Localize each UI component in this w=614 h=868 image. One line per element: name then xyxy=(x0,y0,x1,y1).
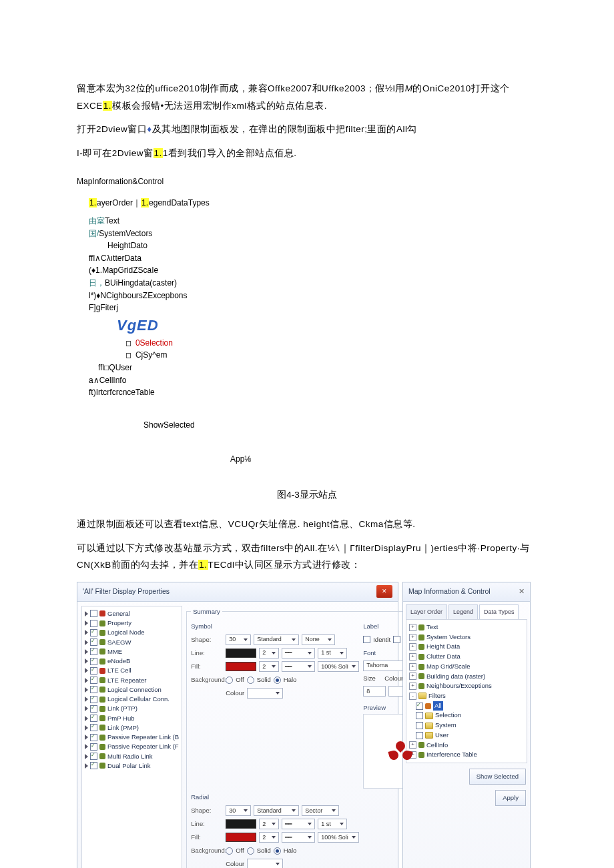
tree-item[interactable]: +Map Grid/Scale xyxy=(409,662,524,672)
checkbox[interactable] xyxy=(90,753,97,760)
tree-item[interactable]: +Building data (raster) xyxy=(409,672,524,682)
apply-button[interactable]: Apply xyxy=(495,790,526,806)
checkbox[interactable] xyxy=(90,724,97,731)
shape-style-dropdown[interactable]: Standard xyxy=(254,634,299,645)
radial-fill-w-dropdown[interactable]: 2 xyxy=(259,832,279,843)
checkbox[interactable] xyxy=(90,610,97,617)
checkbox[interactable] xyxy=(90,705,97,713)
radial-shape-style-dropdown[interactable]: Standard xyxy=(254,805,299,816)
tree-item[interactable]: Logical Node xyxy=(85,628,179,637)
checkbox[interactable] xyxy=(90,734,97,741)
name1-checkbox[interactable] xyxy=(393,636,400,643)
tree-item[interactable]: All xyxy=(409,701,524,711)
tree-item[interactable]: +Text xyxy=(409,622,524,632)
line-color-swatch[interactable] xyxy=(226,648,256,658)
identit-checkbox[interactable] xyxy=(363,636,370,643)
tree-item[interactable]: Passive Repeater Link (F xyxy=(85,742,179,751)
radial-line-swatch[interactable] xyxy=(226,819,256,829)
radial-line-w-dropdown[interactable]: 2 xyxy=(259,819,279,829)
tree-item[interactable]: Logical Cellular Conn. xyxy=(85,695,179,704)
checkbox[interactable] xyxy=(416,712,423,719)
close-icon[interactable]: ✕ xyxy=(519,585,525,598)
checkbox[interactable] xyxy=(90,620,97,627)
radial-fill-s-dropdown[interactable]: ━━ xyxy=(282,832,315,843)
expand-icon[interactable]: + xyxy=(409,653,416,661)
bg-halo-radio[interactable] xyxy=(274,677,281,684)
tree-item[interactable]: Multi Radio Link xyxy=(85,752,179,761)
bg-off-radio[interactable] xyxy=(226,677,233,684)
show-selected-button[interactable]: Show Selected xyxy=(469,769,526,785)
checkbox[interactable] xyxy=(90,658,97,665)
radial-bg-solid-radio[interactable] xyxy=(247,847,254,855)
checkbox[interactable] xyxy=(90,629,97,636)
tree-item[interactable]: LTE Cell xyxy=(85,666,179,675)
tree-item[interactable]: System xyxy=(409,721,524,731)
expand-icon[interactable]: + xyxy=(409,673,416,680)
checkbox[interactable] xyxy=(90,743,97,751)
radial-bg-halo-radio[interactable] xyxy=(274,847,281,855)
checkbox[interactable] xyxy=(90,686,97,693)
radial-line-s-dropdown[interactable]: ━━ xyxy=(282,819,315,829)
tree-item[interactable]: Link (PTP) xyxy=(85,704,179,713)
radial-fill-p-dropdown[interactable]: 100% Soli xyxy=(318,832,359,843)
shape-size-dropdown[interactable]: 30 xyxy=(226,634,251,645)
line-opt-dropdown[interactable]: 1 st xyxy=(318,648,347,659)
checkbox[interactable] xyxy=(90,677,97,684)
tree-item[interactable]: User xyxy=(409,731,524,741)
radial-sector-dropdown[interactable]: Sector xyxy=(302,805,339,816)
checkbox[interactable] xyxy=(90,638,97,646)
tree-item[interactable]: Passive Repeater Link (B xyxy=(85,733,179,742)
tab-layer-order[interactable]: Layer Order xyxy=(406,604,447,619)
tree-item[interactable]: +Clutter Data xyxy=(409,652,524,662)
fill-style-dropdown[interactable]: ━━ xyxy=(282,661,315,672)
tree-item[interactable]: Property xyxy=(85,618,179,628)
element-tree[interactable]: GeneralPropertyLogical NodeSAEGWMMEeNode… xyxy=(81,606,182,868)
fill-pct-dropdown[interactable]: 100% Soli xyxy=(318,661,359,672)
checkbox[interactable] xyxy=(90,762,97,769)
data-types-tree[interactable]: +Text+System Vectors+Height Data+Clutter… xyxy=(406,619,527,763)
radial-line-o-dropdown[interactable]: 1 st xyxy=(318,819,347,829)
tree-item[interactable]: +System Vectors xyxy=(409,632,524,642)
fill-width-dropdown[interactable]: 2 xyxy=(259,661,279,672)
tab-legend[interactable]: Legend xyxy=(448,604,478,619)
size-dropdown[interactable]: 8 xyxy=(363,686,386,697)
tree-item[interactable]: PmP Hub xyxy=(85,714,179,723)
checkbox[interactable] xyxy=(90,667,97,675)
radial-bg-off-radio[interactable] xyxy=(226,847,233,855)
radial-fill-swatch[interactable] xyxy=(226,833,256,842)
tree-item[interactable]: +Interference Table xyxy=(409,750,524,760)
radial-shape-size-dropdown[interactable]: 30 xyxy=(226,805,251,816)
tree-item[interactable]: Logical Connection xyxy=(85,685,179,695)
expand-icon[interactable]: + xyxy=(409,663,416,671)
tree-item[interactable]: eNodeB xyxy=(85,657,179,666)
tree-item[interactable]: +Height Data xyxy=(409,642,524,652)
tree-item[interactable]: Selection xyxy=(409,711,524,721)
expand-icon[interactable]: + xyxy=(409,634,416,641)
tree-item[interactable]: Dual Polar Link xyxy=(85,761,179,771)
tree-item[interactable]: Link (PMP) xyxy=(85,723,179,733)
shape-none-dropdown[interactable]: None xyxy=(302,634,335,645)
radial-colour-dropdown[interactable] xyxy=(247,859,283,868)
tree-item[interactable]: -Filters xyxy=(409,691,524,701)
close-icon[interactable]: ✕ xyxy=(376,585,392,598)
tree-item[interactable]: +Neighbours/Exceptions xyxy=(409,681,524,691)
checkbox[interactable] xyxy=(90,648,97,655)
tree-item[interactable]: +CellInfo xyxy=(409,741,524,751)
tree-item[interactable]: MME xyxy=(85,647,179,657)
fill-color-swatch[interactable] xyxy=(226,662,256,671)
tree-item[interactable]: LTE Repeater xyxy=(85,676,179,685)
expand-icon[interactable]: + xyxy=(409,624,416,631)
bg-colour-dropdown[interactable] xyxy=(247,688,283,699)
line-style-dropdown[interactable]: ━━ xyxy=(282,648,315,659)
line-width-dropdown[interactable]: 2 xyxy=(259,648,279,659)
expand-icon[interactable]: + xyxy=(409,683,416,690)
checkbox[interactable] xyxy=(90,696,97,703)
checkbox[interactable] xyxy=(416,703,423,710)
checkbox[interactable] xyxy=(416,732,423,739)
tree-item[interactable]: SAEGW xyxy=(85,638,179,647)
checkbox[interactable] xyxy=(90,715,97,722)
expand-icon[interactable]: + xyxy=(409,643,416,650)
tree-item[interactable]: General xyxy=(85,609,179,618)
checkbox[interactable] xyxy=(416,722,423,729)
expand-icon[interactable]: - xyxy=(409,693,416,700)
